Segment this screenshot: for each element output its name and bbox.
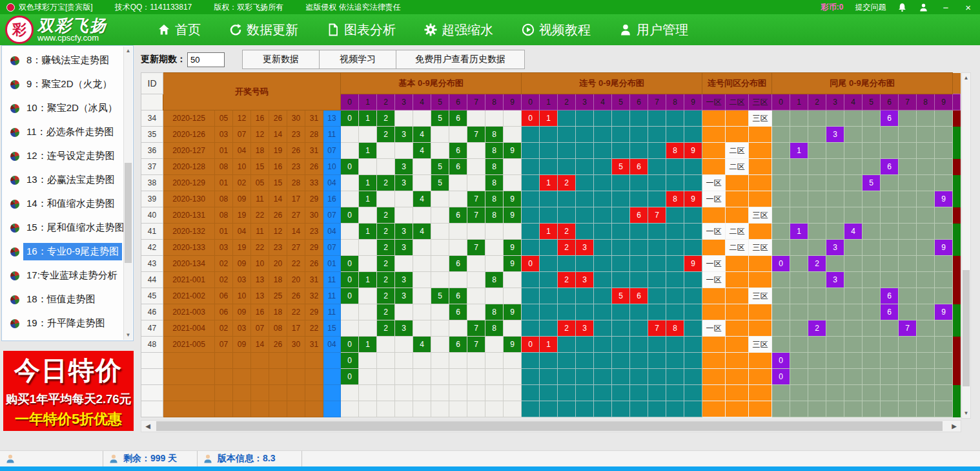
- sidebar-item[interactable]: 12：连号设定走势图: [2, 144, 123, 168]
- nav-item[interactable]: 图表分析: [327, 21, 396, 39]
- zone-cell: 三区: [749, 337, 772, 353]
- red-ball: 22: [251, 240, 269, 256]
- red-ball: 05: [215, 110, 233, 127]
- nav-item[interactable]: 视频教程: [522, 21, 591, 39]
- consecutive-tail-cell: [558, 256, 576, 272]
- bell-icon[interactable]: [897, 3, 907, 12]
- nav-item[interactable]: 超强缩水: [424, 21, 493, 39]
- consecutive-tail-cell: [558, 207, 576, 224]
- consecutive-tail-cell: [612, 224, 630, 240]
- refresh-icon: [229, 23, 242, 36]
- horizontal-scroll-thumb[interactable]: [156, 421, 943, 431]
- vertical-scroll-thumb[interactable]: [963, 270, 970, 386]
- promo-title: 今日特价: [14, 353, 123, 388]
- same-tail-cell: [863, 110, 881, 127]
- zone-cell: 二区: [726, 224, 749, 240]
- vertical-scrollbar[interactable]: ▲ ▼: [961, 72, 971, 419]
- red-ball: 07: [215, 337, 233, 353]
- nav-item[interactable]: 数据更新: [229, 21, 298, 39]
- red-ball: 18: [269, 272, 287, 288]
- nav-item[interactable]: 首页: [158, 21, 201, 39]
- basic-tail-cell: [359, 401, 377, 417]
- update-data-button[interactable]: 更新数据: [242, 50, 320, 69]
- consecutive-tail-cell: [648, 175, 666, 191]
- same-tail-cell: [935, 127, 953, 143]
- draw-period: 2021-001: [163, 272, 215, 288]
- consecutive-tail-cell: 3: [576, 240, 594, 256]
- blue-ball: 10: [323, 159, 341, 175]
- basic-tail-cell: [449, 127, 467, 143]
- sidebar-item[interactable]: 15：尾和值缩水走势图: [2, 216, 123, 240]
- sidebar-item[interactable]: 9：聚宝2D（火龙）: [2, 72, 123, 96]
- sidebar-scroll-thumb[interactable]: [125, 163, 132, 263]
- user-icon: [5, 454, 15, 464]
- sidebar-item[interactable]: 17:专业蓝球走势分析: [2, 264, 123, 288]
- account-icon[interactable]: [919, 3, 928, 12]
- scroll-left-icon[interactable]: ◀: [141, 421, 154, 432]
- same-tail-cell: [808, 110, 826, 127]
- basic-tail-cell: 6: [449, 159, 467, 175]
- video-learning-button[interactable]: 视频学习: [319, 50, 396, 69]
- same-tail-cell: [826, 143, 844, 159]
- basic-tail-cell: [341, 320, 359, 337]
- consecutive-tail-cell: [522, 191, 540, 207]
- nav-item[interactable]: 用户管理: [619, 21, 688, 39]
- same-tail-cell: [772, 272, 790, 288]
- scroll-right-icon[interactable]: ▶: [948, 421, 961, 432]
- basic-tail-cell: [359, 127, 377, 143]
- sidebar-item[interactable]: 10：聚宝2D（冰凤）: [2, 96, 123, 120]
- sidebar-item[interactable]: 8：赚钱法宝走势图: [2, 48, 123, 72]
- close-button[interactable]: ×: [963, 3, 974, 12]
- basic-tail-cell: [359, 320, 377, 337]
- sidebar-scrollbar[interactable]: ▲ ▼: [123, 47, 132, 340]
- same-tail-cell: [844, 385, 863, 401]
- blue-ball: 07: [323, 240, 341, 256]
- basic-tail-cell: 2: [377, 288, 395, 304]
- piracy-warning: 盗版侵权 依法追究法律责任: [305, 2, 400, 13]
- consecutive-tail-cell: [648, 401, 666, 417]
- submit-question-link[interactable]: 提交问题: [855, 2, 886, 13]
- basic-tail-cell: [413, 385, 431, 401]
- basic-tail-cell: 0: [341, 272, 359, 288]
- promo-banner[interactable]: 今日特价 购买1年平均每天2.76元 一年特价5折优惠: [3, 351, 134, 431]
- basic-tail-cell: [431, 207, 449, 224]
- sidebar-item[interactable]: 11：必选条件走势图: [2, 120, 123, 144]
- consecutive-tail-cell: [630, 191, 648, 207]
- scroll-up-icon[interactable]: ▲: [124, 47, 132, 56]
- scroll-up-icon[interactable]: ▲: [962, 73, 970, 83]
- consecutive-tail-cell: 3: [576, 272, 594, 288]
- sidebar-item[interactable]: 14：和值缩水走势图: [2, 192, 123, 216]
- red-ball: 29: [305, 191, 323, 207]
- consecutive-tail-cell: [576, 256, 594, 272]
- sidebar-item[interactable]: 19：升平降走势图: [2, 311, 123, 335]
- same-tail-cell: [863, 369, 881, 385]
- same-tail-cell: [863, 401, 881, 417]
- consecutive-tail-cell: [594, 401, 612, 417]
- free-history-button[interactable]: 免费用户查看历史数据: [396, 50, 525, 69]
- sidebar-item-label: 14：和值缩水走势图: [23, 195, 118, 213]
- consecutive-tail-cell: [576, 191, 594, 207]
- table-row: 402020-1310819222627300702678967三区: [141, 207, 961, 224]
- same-tail-cell: [826, 320, 844, 337]
- toolbar: 更新期数： 更新数据 视频学习 免费用户查看历史数据: [141, 49, 525, 70]
- basic-tail-cell: [377, 385, 395, 401]
- consecutive-tail-cell: [684, 337, 702, 353]
- basic-tail-cell: 9: [504, 207, 522, 224]
- sidebar-item[interactable]: 13：必赢法宝走势图: [2, 168, 123, 192]
- consecutive-tail-cell: 7: [648, 207, 666, 224]
- basic-tail-cell: 3: [395, 320, 413, 337]
- scroll-down-icon[interactable]: ▼: [124, 331, 132, 340]
- basic-tail-cell: 9: [504, 191, 522, 207]
- consecutive-tail-cell: [612, 353, 630, 369]
- consecutive-tail-cell: [684, 385, 702, 401]
- scroll-down-icon[interactable]: ▼: [962, 408, 970, 418]
- sidebar-item[interactable]: 16：专业0-9尾走势图: [2, 240, 123, 264]
- basic-tail-cell: [504, 385, 522, 401]
- minimize-button[interactable]: −: [940, 3, 951, 12]
- basic-tail-cell: 8: [485, 175, 504, 191]
- sidebar-item[interactable]: 18：恒值走势图: [2, 288, 123, 311]
- red-ball: 13: [251, 272, 269, 288]
- horizontal-scrollbar[interactable]: ◀ ▶: [141, 420, 961, 432]
- period-count-input[interactable]: [187, 52, 225, 67]
- basic-tail-cell: [504, 224, 522, 240]
